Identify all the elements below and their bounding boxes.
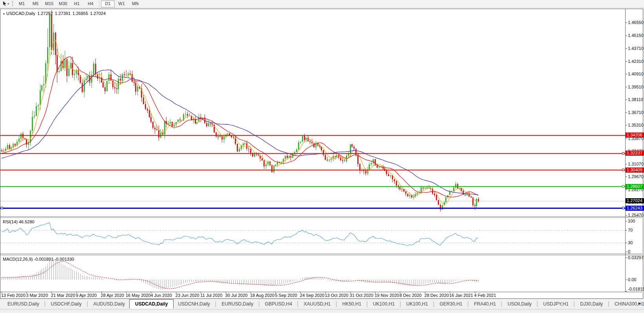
tab-separator: │ (296, 301, 300, 307)
macd-tick-label: 0.00 (628, 277, 644, 282)
date-tick-label: 31 Oct 2020 (350, 293, 373, 298)
date-tick-label: 23 Jun 2020 (176, 293, 199, 298)
date-tick-label: 4 Jun 2020 (150, 293, 172, 298)
date-tick-label: 24 Sep 2020 (300, 293, 324, 298)
level-price-tag: 1.32237 (626, 151, 644, 156)
macd-pane-separator[interactable] (0, 254, 642, 255)
macd-tick-label: 0.032972 (628, 255, 644, 260)
rsi-pane-separator[interactable] (0, 216, 642, 218)
date-tick-label: 4 Feb 2021 (474, 293, 496, 298)
axis-tick (625, 190, 627, 190)
tab-separator: │ (335, 301, 338, 307)
date-tick (350, 292, 351, 293)
cursor-icon (3, 1, 7, 6)
chart-tab-uk100-h1[interactable]: UK100,H1 (369, 300, 399, 308)
chart-symbol-period: USDCAD,Daily (6, 11, 35, 16)
chart-tab-usdjpy-h1[interactable]: USDJPY,H1 (539, 300, 573, 308)
price-tick-label: 1.25470 (628, 213, 644, 217)
date-tick (300, 292, 301, 293)
date-tick-label: 5 Sep 2020 (275, 293, 297, 298)
date-tick-label: 9 Apr 2020 (76, 293, 97, 298)
timeframe-button-m30[interactable]: M30 (56, 0, 70, 7)
timeframe-button-m15[interactable]: M15 (42, 0, 56, 7)
chart-window: ▾USDCAD,Daily1.272521.273911.268551.2702… (0, 9, 643, 299)
tab-separator: │ (467, 301, 470, 307)
date-tick (375, 292, 375, 293)
date-tick (76, 292, 77, 293)
chart-tab-audusd-daily[interactable]: AUDUSD,Daily (89, 300, 129, 308)
chart-tab-ger30-h1[interactable]: GER30,H1 (435, 300, 467, 308)
axis-tick (625, 99, 627, 100)
chart-tab-hk50-h1[interactable]: HK50,H1 (338, 300, 366, 308)
cursor-dropdown-caret-icon[interactable]: ▾ (7, 2, 9, 5)
rsi-tick-label: 70 (628, 228, 644, 232)
tab-separator: │ (500, 301, 503, 307)
date-tick (450, 292, 450, 293)
tab-separator: │ (573, 301, 576, 307)
chart-tab-eurusd-daily[interactable]: EURUSD,Daily (217, 300, 258, 308)
timeframe-button-mn[interactable]: MN (128, 0, 142, 7)
axis-tick (625, 215, 627, 215)
date-tick-label: 21 Mar 2020 (51, 293, 75, 298)
chart-tab-dj30-daily[interactable]: DJ30,Daily (576, 300, 607, 308)
chart-tab-eurusd-daily[interactable]: EURUSD,Daily (3, 300, 44, 308)
timeframe-button-m5[interactable]: M5 (29, 0, 42, 7)
level-price-tag: 1.34206 (626, 133, 644, 138)
macd-indicator-canvas[interactable] (0, 256, 625, 292)
chart-tab-usoil-daily[interactable]: USOil,Daily (503, 300, 536, 308)
tab-scroll-arrows: ◄ ► (628, 301, 642, 306)
timeframe-button-d1[interactable]: D1 (101, 0, 115, 7)
timeframe-buttons: M1M5M15M30H1H4D1W1MN (15, 0, 142, 7)
date-tick (251, 292, 251, 293)
chart-tab-gbpusd-h4[interactable]: GBPUSD,H4 (260, 300, 296, 308)
axis-tick (625, 243, 627, 243)
chart-tab-fra40-h1[interactable]: FRA40,H1 (470, 300, 500, 308)
current-price-tag: 1.27024 (626, 198, 644, 203)
timeframe-button-h4[interactable]: H4 (84, 0, 97, 7)
date-tick (275, 292, 276, 293)
timeframe-button-h1[interactable]: H1 (70, 0, 84, 7)
date-tick-label: 13 Feb 2020 (1, 293, 26, 298)
tab-separator: │ (432, 301, 435, 307)
price-tick-label: 1.40910 (628, 72, 644, 76)
axis-tick (625, 164, 627, 164)
price-tick-label: 1.45150 (628, 33, 644, 38)
chart-tab-usdcnh-daily[interactable]: USDCNH,Daily (174, 300, 214, 308)
tab-separator: │ (214, 301, 218, 307)
tab-scroll-right-icon[interactable]: ► (638, 301, 642, 306)
chart-tab-usdcad-daily[interactable]: USDCAD,Daily (129, 299, 174, 309)
chart-title-caret-icon[interactable]: ▾ (3, 12, 5, 16)
date-tick-label: 13 Oct 2020 (325, 293, 348, 298)
chart-tabs: EURUSD,Daily│USDCHF,Daily│AUDUSD,DailyUS… (0, 299, 644, 309)
axis-tick (625, 230, 627, 230)
chart-tab-usdchf-daily[interactable]: USDCHF,Daily (46, 300, 86, 308)
tab-separator: │ (44, 301, 47, 307)
rsi-tick-label: 0 (628, 249, 644, 254)
date-tick (425, 292, 425, 293)
main-chart-canvas[interactable] (0, 9, 625, 216)
date-tick (325, 292, 326, 293)
tab-separator: │ (366, 301, 369, 307)
axis-tick (625, 35, 627, 36)
axis-tick (625, 74, 627, 74)
axis-tick (625, 138, 627, 139)
axis-tick (625, 112, 627, 113)
timeframe-button-m1[interactable]: M1 (15, 0, 29, 7)
chart-tab-uk100-h1[interactable]: UK100,H1 (402, 300, 432, 308)
date-tick (226, 292, 226, 293)
rsi-tick-label: 30 (628, 240, 644, 245)
date-tick (475, 292, 475, 293)
toolbar-grip[interactable] (12, 1, 13, 6)
date-tick (176, 292, 176, 293)
chart-tab-xauusd-h1[interactable]: XAUUSD,H1 (299, 300, 335, 308)
time-axis-line (0, 292, 642, 292)
rsi-indicator-canvas[interactable] (0, 219, 625, 253)
cursor-tool-button[interactable]: ▾ (1, 0, 11, 7)
tab-scroll-left-icon[interactable]: ◄ (628, 301, 632, 306)
price-tick-label: 1.43710 (628, 46, 644, 51)
date-tick-label: 28 Apr 2020 (101, 293, 124, 298)
date-tick-label: 18 Aug 2020 (250, 293, 274, 298)
timeframe-button-w1[interactable]: W1 (115, 0, 128, 7)
axis-tick (625, 48, 627, 49)
date-tick (126, 292, 126, 293)
